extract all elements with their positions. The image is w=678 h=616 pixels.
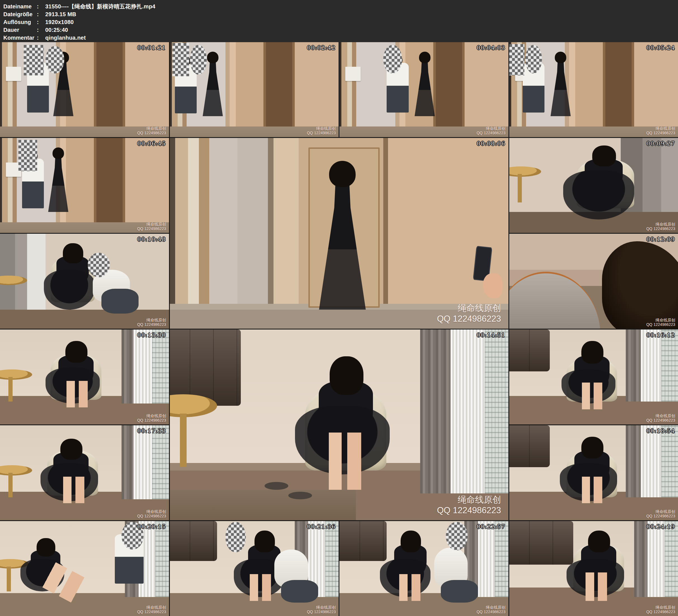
watermark: 绳命线原创 QQ 1224986223: [307, 605, 336, 614]
kneeling-man-legs: [281, 580, 318, 603]
watermark-line1: 绳命线原创: [477, 605, 505, 610]
curtain: [626, 330, 641, 401]
watermark-line1: 绳命线原创: [307, 605, 336, 610]
timestamp-overlay: 00:09:27: [646, 140, 675, 147]
table-leg: [180, 414, 187, 467]
watermark: 绳命线原创 QQ 1224986223: [137, 414, 166, 422]
window-city-view: [661, 330, 678, 401]
woman-figure: [550, 52, 572, 116]
meta-row-filesize: Dateigröße : 2913.15 MB: [3, 10, 678, 18]
timestamp-overlay: 00:16:12: [646, 332, 675, 339]
watermark-line2: QQ 1224986223: [437, 314, 501, 324]
table-leg: [7, 567, 11, 591]
sheer-curtain: [134, 425, 154, 499]
watermark-line1: 绳命线原创: [307, 126, 336, 131]
watermark-line2: QQ 1224986223: [307, 131, 336, 135]
leather-bench: [509, 425, 550, 467]
watermark-line1: 绳命线原创: [477, 126, 505, 131]
watermark-line1: 绳命线原创: [646, 605, 675, 610]
watermark-line2: QQ 1224986223: [137, 514, 166, 518]
legs: [61, 477, 88, 503]
timestamp-overlay: 00:05:24: [646, 44, 675, 51]
watermark: 绳命线原创 QQ 1224986223: [646, 318, 675, 327]
watermark: 绳命线原创 QQ 1224986223: [437, 495, 501, 516]
frame-image: [0, 234, 169, 329]
watermark-line1: 绳命线原创: [137, 509, 166, 514]
timestamp-overlay: 00:12:09: [646, 236, 675, 243]
meta-value-filename: 31550----【绳命线】新模诗晴五花挣扎.mp4: [45, 2, 155, 10]
watermark-line2: QQ 1224986223: [137, 131, 166, 135]
watermark: 绳命线原创 QQ 1224986223: [646, 222, 675, 231]
mosaic-censor: [446, 522, 468, 550]
timestamp-overlay: 00:21:36: [307, 523, 336, 530]
leather-chair-corner: [509, 272, 600, 329]
watermark-line2: QQ 1224986223: [646, 610, 675, 614]
watermark: 绳命线原创 QQ 1224986223: [477, 605, 505, 614]
meta-separator: :: [37, 10, 45, 18]
woman-figure: [414, 52, 436, 116]
watermark: 绳命线原创 QQ 1224986223: [646, 509, 675, 518]
watermark-line1: 绳命线原创: [646, 222, 675, 227]
legs: [326, 432, 366, 490]
meta-row-duration: Dauer : 00:25:40: [3, 26, 678, 34]
mosaic-censor: [525, 45, 542, 73]
thumbnail-frame-14: 00:18:54 绳命线原创 QQ 1224986223: [509, 425, 678, 520]
metadata-header: Dateiname : 31550----【绳命线】新模诗晴五花挣扎.mp4 D…: [0, 0, 678, 42]
watermark-line1: 绳命线原创: [137, 318, 166, 322]
window-city-view: [495, 521, 508, 597]
crouching-man-legs: [102, 289, 139, 313]
legs: [580, 477, 605, 503]
watermark: 绳命线原创 QQ 1224986223: [137, 222, 166, 231]
frame-image: [170, 330, 509, 520]
thumbnail-frame-1: 00:01:21 绳命线原创 QQ 1224986223: [0, 42, 169, 137]
watermark: 绳命线原创 QQ 1224986223: [137, 605, 166, 614]
legs: [397, 574, 424, 601]
round-table: [0, 370, 32, 380]
floor-rug: [170, 490, 356, 520]
meta-value-duration: 00:25:40: [45, 26, 68, 34]
meta-separator: :: [37, 26, 45, 34]
mosaic-censor: [225, 522, 246, 552]
frame-image: [0, 521, 169, 616]
meta-row-resolution: Auflösung : 1920x1080: [3, 18, 678, 26]
meta-value-resolution: 1920x1080: [45, 18, 74, 26]
mosaic-censor: [383, 45, 402, 73]
watermark-line1: 绳命线原创: [437, 495, 501, 505]
meta-separator: :: [37, 34, 45, 42]
window-city-view: [152, 330, 169, 403]
table-leg: [518, 174, 522, 202]
white-box: [345, 67, 361, 81]
thumbnail-frame-12: 00:16:12 绳命线原创 QQ 1224986223: [509, 330, 678, 424]
frame-image: [0, 425, 169, 520]
watermark: 绳命线原创 QQ 1224986223: [137, 509, 166, 518]
thumbnail-frame-3: 00:04:03 绳命线原创 QQ 1224986223: [339, 42, 509, 137]
meta-separator: :: [37, 2, 45, 10]
thumbnail-frame-8: 00:10:48 绳命线原创 QQ 1224986223: [0, 234, 169, 329]
window-city-view: [152, 425, 169, 499]
meta-label: Kommentar: [3, 34, 37, 42]
meta-label: Dauer: [3, 26, 37, 34]
timestamp-overlay: 00:17:33: [137, 427, 166, 434]
sheer-curtain: [641, 330, 661, 401]
meta-row-filename: Dateiname : 31550----【绳命线】新模诗晴五花挣扎.mp4: [3, 2, 678, 10]
tulle-skirt: [44, 270, 95, 310]
watermark-line1: 绳命线原创: [646, 318, 675, 322]
watermark-line2: QQ 1224986223: [646, 514, 675, 518]
hair-closeup: [602, 241, 678, 329]
watermark-line2: QQ 1224986223: [646, 418, 675, 422]
watermark: 绳命线原创 QQ 1224986223: [477, 126, 505, 135]
sheer-curtain: [451, 330, 484, 493]
thumbnail-frame-18: 00:24:19 绳命线原创 QQ 1224986223: [509, 521, 678, 616]
meta-row-comment: Kommentar : qinglanhua.net: [3, 34, 678, 42]
round-table: [0, 465, 32, 475]
meta-label: Dateigröße: [3, 10, 37, 18]
watermark-line2: QQ 1224986223: [137, 418, 166, 422]
curtain: [121, 330, 135, 403]
watermark-line1: 绳命线原创: [437, 303, 501, 314]
legs: [248, 574, 275, 601]
watermark-line1: 绳命线原创: [646, 509, 675, 514]
thumbnail-frame-5: 00:06:45 绳命线原创 QQ 1224986223: [0, 138, 169, 233]
watermark: 绳命线原创 QQ 1224986223: [137, 318, 166, 327]
watermark-line2: QQ 1224986223: [137, 322, 166, 327]
tulle-skirt: [563, 170, 634, 220]
